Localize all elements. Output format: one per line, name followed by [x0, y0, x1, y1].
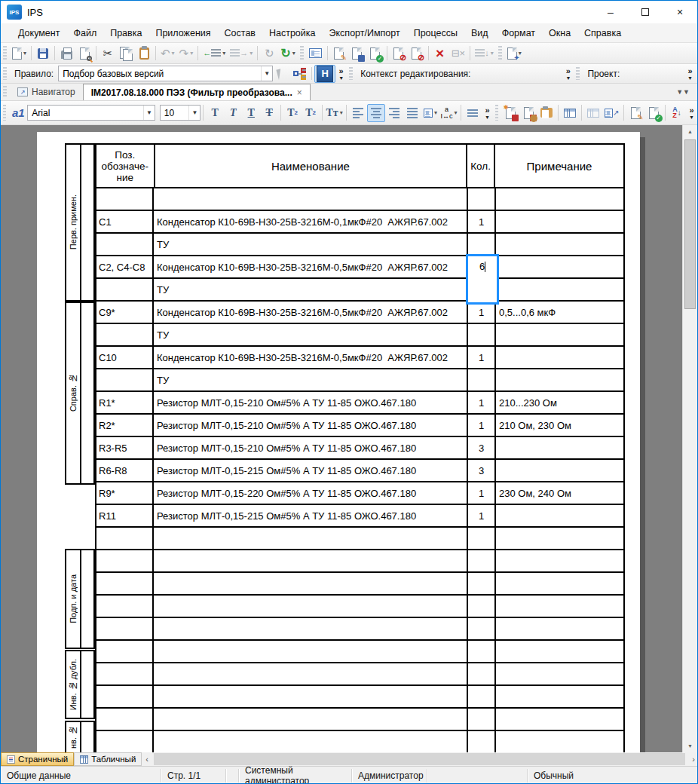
undo-button[interactable]: ↶▾ — [158, 44, 177, 63]
cell-qty[interactable] — [468, 641, 496, 662]
cell-name[interactable] — [154, 686, 468, 707]
cell-note[interactable] — [496, 596, 625, 617]
tab-navigator[interactable]: ↗ Навигатор — [10, 84, 83, 100]
vertical-align-button[interactable]: ▾ — [421, 104, 439, 122]
cell-pos[interactable]: R9* — [95, 482, 154, 504]
cell-name[interactable]: Резистор МЛТ-0,15-210 Ом#5% А ТУ 11-85 О… — [154, 415, 468, 436]
cell-note[interactable]: 210 Ом, 230 Ом — [496, 415, 625, 436]
cell-qty[interactable] — [468, 731, 496, 752]
toolbar-grip[interactable] — [3, 86, 7, 97]
cell-name[interactable] — [154, 709, 468, 730]
cell-name[interactable]: Конденсатор К10-69В-Н30-25В-3216М-0,5мкФ… — [154, 302, 468, 323]
table-row[interactable]: C2, C4-C8Конденсатор К10-69В-Н30-25В-321… — [95, 256, 625, 279]
cell-qty[interactable] — [468, 709, 496, 730]
cell-note[interactable] — [496, 663, 625, 684]
toolbar-overflow-button[interactable]: »▼ — [338, 67, 344, 81]
cell-pos[interactable] — [95, 279, 154, 300]
table-row[interactable] — [95, 188, 625, 211]
cell-name[interactable]: Конденсатор К10-69В-Н30-25В-3216М-0,5мкФ… — [154, 347, 468, 368]
cell-note[interactable] — [496, 279, 625, 300]
cell-note[interactable] — [496, 505, 625, 526]
table-row[interactable]: C9*Конденсатор К10-69В-Н30-25В-3216М-0,5… — [95, 302, 625, 324]
cell-note[interactable] — [496, 686, 625, 707]
redo-button[interactable]: ↷▾ — [177, 44, 196, 63]
scroll-up-icon[interactable]: ▲ — [683, 125, 697, 138]
table-row[interactable] — [95, 528, 625, 550]
horizontal-scrollbar-thumb[interactable] — [154, 753, 685, 765]
cell-pos[interactable]: R6-R8 — [95, 460, 154, 481]
font-size-combobox[interactable]: 10 ▼ — [160, 105, 201, 121]
pick-mode-button[interactable] — [273, 65, 291, 83]
cell-note[interactable] — [496, 188, 625, 210]
toolbar-grip[interactable] — [495, 105, 498, 121]
cell-name[interactable]: Резистор МЛТ-0,15-220 Ом#5% А ТУ 11-85 О… — [154, 482, 468, 504]
cell-name[interactable]: Резистор МЛТ-0,15-215 Ом#5% А ТУ 11-85 О… — [154, 460, 468, 481]
cell-note[interactable] — [496, 709, 625, 730]
cell-note[interactable] — [496, 641, 625, 662]
cell-note[interactable] — [496, 211, 625, 232]
toolbar-grip[interactable] — [3, 46, 7, 60]
subscript-button[interactable]: Т2 — [283, 104, 302, 122]
cell-name[interactable] — [154, 731, 468, 752]
menu-item-6[interactable]: Экспорт/Импорт — [323, 25, 407, 41]
edit-document-button[interactable]: ✎ — [330, 44, 348, 63]
cell-pos[interactable] — [95, 731, 154, 752]
strikethrough-button[interactable]: Т — [260, 104, 278, 122]
vertical-scrollbar-thumb[interactable] — [684, 139, 696, 309]
table-row[interactable] — [95, 731, 625, 752]
scroll-left-icon[interactable]: ‹ — [145, 752, 148, 766]
cell-name[interactable]: Конденсатор К10-69В-Н30-25В-3216М-0,5мкФ… — [154, 256, 468, 277]
cell-name[interactable]: Конденсатор К10-69В-Н30-25В-3216М-0,1мкФ… — [154, 211, 468, 232]
menu-item-1[interactable]: Файл — [66, 25, 103, 41]
cell-qty[interactable]: 1 — [468, 347, 496, 368]
toolbar-overflow-button[interactable]: »▼ — [565, 67, 571, 81]
cell-pos[interactable] — [95, 324, 154, 345]
cell-qty[interactable] — [468, 234, 496, 255]
paste-button[interactable] — [135, 44, 153, 63]
toolbar-grip[interactable] — [3, 105, 6, 121]
cell-note[interactable] — [496, 324, 625, 345]
cell-name[interactable] — [154, 188, 468, 210]
cell-name[interactable] — [154, 528, 468, 549]
justify-button[interactable] — [403, 104, 421, 122]
menu-item-4[interactable]: Состав — [218, 25, 262, 41]
table-view-button[interactable] — [561, 104, 579, 122]
cell-pos[interactable]: C10 — [95, 347, 154, 368]
edit-record-button[interactable]: ✎ — [626, 104, 644, 122]
cell-name[interactable]: Резистор МЛТ-0,15-215 Ом#5% А ТУ 11-85 О… — [154, 505, 468, 526]
table-row[interactable]: C10Конденсатор К10-69В-Н30-25В-3216М-0,5… — [95, 347, 625, 369]
cell-pos[interactable] — [95, 369, 154, 390]
scroll-right-icon[interactable]: › — [692, 752, 695, 766]
new-record-button[interactable]: ✱ — [501, 104, 519, 122]
cancel-edit-button[interactable]: ⊘ — [390, 44, 408, 63]
menu-item-0[interactable]: Документ — [11, 25, 66, 41]
editing-cell[interactable]: 6 — [466, 254, 499, 305]
cell-name[interactable] — [154, 596, 468, 617]
menu-item-9[interactable]: Формат — [495, 25, 542, 41]
tab-list-chevron-icon[interactable]: ▼▼ — [676, 88, 690, 96]
cell-note[interactable] — [496, 369, 625, 390]
table-row[interactable] — [95, 663, 625, 686]
toolbar-overflow-button[interactable]: »▼ — [687, 67, 693, 81]
char-spacing-button[interactable]: aI↔c▾ — [439, 104, 458, 122]
cell-name[interactable]: ТУ — [154, 369, 468, 390]
cell-name[interactable] — [154, 641, 468, 662]
table-row[interactable] — [95, 686, 625, 709]
vertical-scrollbar[interactable]: ▲ ▼ — [682, 125, 697, 752]
sort-az-button[interactable]: AZ↓ — [668, 104, 686, 122]
cell-qty[interactable]: 1 — [468, 302, 496, 323]
new-document-button[interactable]: ▾ — [10, 44, 29, 63]
catalog-button[interactable] — [537, 104, 556, 122]
font-dialog-button[interactable]: a1 — [9, 104, 27, 122]
menu-item-3[interactable]: Приложения — [148, 25, 217, 41]
cell-pos[interactable]: C9* — [95, 302, 154, 323]
table-row[interactable]: R1*Резистор МЛТ-0,15-210 Ом#5% А ТУ 11-8… — [95, 392, 625, 415]
cell-pos[interactable]: R1* — [95, 392, 154, 413]
minimize-button[interactable]: – — [593, 1, 628, 23]
sync-button[interactable]: ↻▾ — [278, 44, 297, 63]
wizard-button[interactable]: ✦▾ — [505, 44, 524, 63]
cell-pos[interactable] — [95, 618, 154, 639]
menu-item-10[interactable]: Окна — [542, 25, 577, 41]
cell-note[interactable]: 0,5...0,6 мкФ — [496, 302, 625, 323]
cell-note[interactable]: 230 Ом, 240 Ом — [496, 482, 625, 504]
